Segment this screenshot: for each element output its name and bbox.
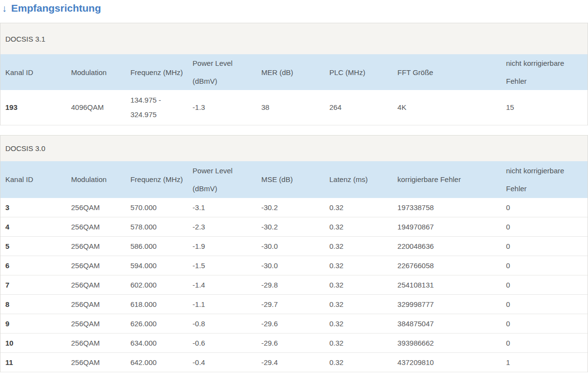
- column-header: Frequenz (MHz): [125, 54, 187, 90]
- cell: 256QAM: [66, 295, 125, 314]
- cell: 0.32: [325, 256, 393, 275]
- cell: 0.32: [325, 237, 393, 256]
- docsis31-table: Kanal IDModulationFrequenz (MHz)Power Le…: [0, 54, 588, 125]
- column-header: PLC (MHz): [325, 54, 393, 90]
- table-header-row: Kanal IDModulationFrequenz (MHz)Power Le…: [0, 161, 588, 198]
- column-header: MSE (dB): [256, 161, 325, 198]
- cell: 0: [501, 256, 588, 275]
- cell: 586.000: [125, 237, 187, 256]
- column-header: Power Level (dBmV): [188, 161, 257, 198]
- column-header: Kanal ID: [0, 54, 66, 90]
- cell: -29.7: [256, 295, 325, 314]
- cell: 384875047: [393, 314, 501, 334]
- cell: 38: [256, 90, 325, 125]
- cell-kanal-id: 11: [0, 353, 66, 372]
- cell: 197338758: [393, 198, 501, 217]
- column-header: Modulation: [66, 161, 125, 198]
- cell: 634.000: [125, 334, 187, 353]
- cell: -3.1: [188, 198, 257, 217]
- column-header: MER (dB): [256, 54, 325, 90]
- cell: 0: [501, 334, 588, 353]
- table-row: 7256QAM602.000-1.4-29.80.322541081310: [0, 275, 588, 295]
- cell: 254108131: [393, 275, 501, 295]
- cell: 602.000: [125, 275, 187, 295]
- cell: -29.6: [256, 314, 325, 334]
- cell: 578.000: [125, 217, 187, 237]
- cell: -1.3: [188, 90, 257, 125]
- table-row: 8256QAM618.000-1.1-29.70.323299987770: [0, 295, 588, 314]
- table-row: 5256QAM586.000-1.9-30.00.322200486360: [0, 237, 588, 256]
- cell: 256QAM: [66, 198, 125, 217]
- cell: -0.4: [188, 353, 257, 372]
- cell: 256QAM: [66, 314, 125, 334]
- cell: 4096QAM: [66, 90, 125, 125]
- arrow-down-icon: ↓: [2, 3, 7, 14]
- docsis30-section-header: DOCSIS 3.0: [0, 136, 588, 161]
- column-header: FFT Größe: [393, 54, 501, 90]
- section-toggle-empfangsrichtung[interactable]: ↓ Empfangsrichtung: [2, 2, 101, 14]
- page: ↓ Empfangsrichtung DOCSIS 3.1 Kanal IDMo…: [0, 0, 588, 380]
- cell-kanal-id: 7: [0, 275, 66, 295]
- docsis30-card: DOCSIS 3.0 Kanal IDModulationFrequenz (M…: [0, 135, 588, 373]
- cell: 594.000: [125, 256, 187, 275]
- cell: 642.000: [125, 353, 187, 372]
- page-title-row: ↓ Empfangsrichtung: [0, 0, 588, 23]
- page-title: Empfangsrichtung: [11, 2, 101, 14]
- cell: 0.32: [325, 217, 393, 237]
- cell: 626.000: [125, 314, 187, 334]
- table-row: 1934096QAM134.975 - 324.975-1.3382644K15: [0, 90, 588, 125]
- table-row: 3256QAM570.000-3.1-30.20.321973387580: [0, 198, 588, 217]
- cell-kanal-id: 193: [0, 90, 66, 125]
- cell: 0.32: [325, 198, 393, 217]
- cell: 393986662: [393, 334, 501, 353]
- cell: 256QAM: [66, 275, 125, 295]
- cell-kanal-id: 4: [0, 217, 66, 237]
- cell: 0.32: [325, 314, 393, 334]
- cell-kanal-id: 8: [0, 295, 66, 314]
- cell: -29.6: [256, 334, 325, 353]
- column-header: Frequenz (MHz): [125, 161, 187, 198]
- table-row: 4256QAM578.000-2.3-30.20.321949708670: [0, 217, 588, 237]
- table-row: 11256QAM642.000-0.4-29.40.324372098101: [0, 353, 588, 372]
- cell: -0.6: [188, 334, 257, 353]
- cell: -29.8: [256, 275, 325, 295]
- table-row: 6256QAM594.000-1.5-30.00.322267660580: [0, 256, 588, 275]
- cell: 0: [501, 217, 588, 237]
- column-header: Kanal ID: [0, 161, 66, 198]
- cell: 220048636: [393, 237, 501, 256]
- column-header: Power Level (dBmV): [188, 54, 257, 90]
- cell: 0.32: [325, 353, 393, 372]
- cell: -30.0: [256, 256, 325, 275]
- cell: 264: [325, 90, 393, 125]
- column-header: nicht korrigierbare Fehler: [501, 54, 588, 90]
- cell: -1.9: [188, 237, 257, 256]
- cell: -2.3: [188, 217, 257, 237]
- column-header: Latenz (ms): [325, 161, 393, 198]
- docsis30-table: Kanal IDModulationFrequenz (MHz)Power Le…: [0, 161, 588, 373]
- cell: -0.8: [188, 314, 257, 334]
- table-row: 10256QAM634.000-0.6-29.60.323939866620: [0, 334, 588, 353]
- cell: 256QAM: [66, 353, 125, 372]
- cell: 0: [501, 237, 588, 256]
- cell: -30.2: [256, 198, 325, 217]
- cell: 0: [501, 314, 588, 334]
- cell: 1: [501, 353, 588, 372]
- cell-kanal-id: 5: [0, 237, 66, 256]
- cell-kanal-id: 6: [0, 256, 66, 275]
- cell: 256QAM: [66, 217, 125, 237]
- cell: 256QAM: [66, 256, 125, 275]
- cell-kanal-id: 3: [0, 198, 66, 217]
- cell-kanal-id: 9: [0, 314, 66, 334]
- cell: 0.32: [325, 275, 393, 295]
- cell: 0: [501, 295, 588, 314]
- cell: 0.32: [325, 295, 393, 314]
- table-row: 9256QAM626.000-0.8-29.60.323848750470: [0, 314, 588, 334]
- cell: 0.32: [325, 334, 393, 353]
- docsis31-card: DOCSIS 3.1 Kanal IDModulationFrequenz (M…: [0, 23, 588, 125]
- cell: 618.000: [125, 295, 187, 314]
- cell: 256QAM: [66, 237, 125, 256]
- cell: 226766058: [393, 256, 501, 275]
- table-header-row: Kanal IDModulationFrequenz (MHz)Power Le…: [0, 54, 588, 90]
- cell: 134.975 - 324.975: [125, 90, 187, 125]
- column-header: nicht korrigierbare Fehler: [501, 161, 588, 198]
